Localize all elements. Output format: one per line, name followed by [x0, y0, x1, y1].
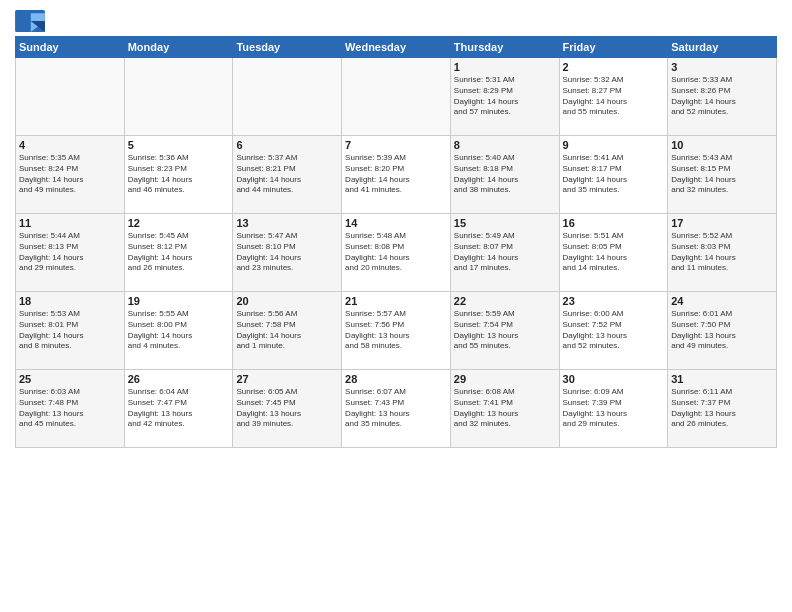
day-header-tuesday: Tuesday [233, 37, 342, 58]
calendar-week-1: 1Sunrise: 5:31 AM Sunset: 8:29 PM Daylig… [16, 58, 777, 136]
cell-info: Sunrise: 5:41 AM Sunset: 8:17 PM Dayligh… [563, 153, 665, 196]
calendar-cell: 30Sunrise: 6:09 AM Sunset: 7:39 PM Dayli… [559, 370, 668, 448]
date-number: 11 [19, 217, 121, 229]
cell-info: Sunrise: 5:51 AM Sunset: 8:05 PM Dayligh… [563, 231, 665, 274]
cell-info: Sunrise: 5:33 AM Sunset: 8:26 PM Dayligh… [671, 75, 773, 118]
cell-info: Sunrise: 5:52 AM Sunset: 8:03 PM Dayligh… [671, 231, 773, 274]
day-header-monday: Monday [124, 37, 233, 58]
date-number: 12 [128, 217, 230, 229]
date-number: 8 [454, 139, 556, 151]
cell-info: Sunrise: 5:49 AM Sunset: 8:07 PM Dayligh… [454, 231, 556, 274]
date-number: 20 [236, 295, 338, 307]
cell-info: Sunrise: 5:35 AM Sunset: 8:24 PM Dayligh… [19, 153, 121, 196]
calendar-cell [233, 58, 342, 136]
calendar-header-row: SundayMondayTuesdayWednesdayThursdayFrid… [16, 37, 777, 58]
date-number: 5 [128, 139, 230, 151]
cell-info: Sunrise: 5:36 AM Sunset: 8:23 PM Dayligh… [128, 153, 230, 196]
date-number: 18 [19, 295, 121, 307]
date-number: 14 [345, 217, 447, 229]
day-header-wednesday: Wednesday [342, 37, 451, 58]
cell-info: Sunrise: 5:47 AM Sunset: 8:10 PM Dayligh… [236, 231, 338, 274]
calendar-week-5: 25Sunrise: 6:03 AM Sunset: 7:48 PM Dayli… [16, 370, 777, 448]
day-header-friday: Friday [559, 37, 668, 58]
logo-icon [15, 10, 45, 32]
calendar-cell: 14Sunrise: 5:48 AM Sunset: 8:08 PM Dayli… [342, 214, 451, 292]
cell-info: Sunrise: 5:39 AM Sunset: 8:20 PM Dayligh… [345, 153, 447, 196]
date-number: 26 [128, 373, 230, 385]
cell-info: Sunrise: 5:48 AM Sunset: 8:08 PM Dayligh… [345, 231, 447, 274]
day-header-thursday: Thursday [450, 37, 559, 58]
date-number: 27 [236, 373, 338, 385]
calendar-cell: 25Sunrise: 6:03 AM Sunset: 7:48 PM Dayli… [16, 370, 125, 448]
calendar-cell: 5Sunrise: 5:36 AM Sunset: 8:23 PM Daylig… [124, 136, 233, 214]
calendar-cell: 7Sunrise: 5:39 AM Sunset: 8:20 PM Daylig… [342, 136, 451, 214]
calendar-cell: 13Sunrise: 5:47 AM Sunset: 8:10 PM Dayli… [233, 214, 342, 292]
date-number: 2 [563, 61, 665, 73]
cell-info: Sunrise: 6:07 AM Sunset: 7:43 PM Dayligh… [345, 387, 447, 430]
day-header-sunday: Sunday [16, 37, 125, 58]
calendar-cell: 22Sunrise: 5:59 AM Sunset: 7:54 PM Dayli… [450, 292, 559, 370]
cell-info: Sunrise: 6:01 AM Sunset: 7:50 PM Dayligh… [671, 309, 773, 352]
cell-info: Sunrise: 6:00 AM Sunset: 7:52 PM Dayligh… [563, 309, 665, 352]
calendar-table: SundayMondayTuesdayWednesdayThursdayFrid… [15, 36, 777, 448]
calendar-cell: 17Sunrise: 5:52 AM Sunset: 8:03 PM Dayli… [668, 214, 777, 292]
calendar-cell [342, 58, 451, 136]
date-number: 13 [236, 217, 338, 229]
calendar-cell: 19Sunrise: 5:55 AM Sunset: 8:00 PM Dayli… [124, 292, 233, 370]
calendar-week-2: 4Sunrise: 5:35 AM Sunset: 8:24 PM Daylig… [16, 136, 777, 214]
calendar-cell: 23Sunrise: 6:00 AM Sunset: 7:52 PM Dayli… [559, 292, 668, 370]
cell-info: Sunrise: 6:03 AM Sunset: 7:48 PM Dayligh… [19, 387, 121, 430]
calendar-cell: 24Sunrise: 6:01 AM Sunset: 7:50 PM Dayli… [668, 292, 777, 370]
cell-info: Sunrise: 5:40 AM Sunset: 8:18 PM Dayligh… [454, 153, 556, 196]
date-number: 9 [563, 139, 665, 151]
cell-info: Sunrise: 5:44 AM Sunset: 8:13 PM Dayligh… [19, 231, 121, 274]
calendar-cell: 11Sunrise: 5:44 AM Sunset: 8:13 PM Dayli… [16, 214, 125, 292]
date-number: 7 [345, 139, 447, 151]
calendar-week-4: 18Sunrise: 5:53 AM Sunset: 8:01 PM Dayli… [16, 292, 777, 370]
date-number: 4 [19, 139, 121, 151]
calendar-cell: 3Sunrise: 5:33 AM Sunset: 8:26 PM Daylig… [668, 58, 777, 136]
cell-info: Sunrise: 5:57 AM Sunset: 7:56 PM Dayligh… [345, 309, 447, 352]
date-number: 16 [563, 217, 665, 229]
cell-info: Sunrise: 5:59 AM Sunset: 7:54 PM Dayligh… [454, 309, 556, 352]
date-number: 10 [671, 139, 773, 151]
date-number: 17 [671, 217, 773, 229]
cell-info: Sunrise: 6:09 AM Sunset: 7:39 PM Dayligh… [563, 387, 665, 430]
calendar-cell [124, 58, 233, 136]
calendar-cell: 4Sunrise: 5:35 AM Sunset: 8:24 PM Daylig… [16, 136, 125, 214]
cell-info: Sunrise: 5:43 AM Sunset: 8:15 PM Dayligh… [671, 153, 773, 196]
date-number: 24 [671, 295, 773, 307]
cell-info: Sunrise: 6:04 AM Sunset: 7:47 PM Dayligh… [128, 387, 230, 430]
day-header-saturday: Saturday [668, 37, 777, 58]
cell-info: Sunrise: 6:08 AM Sunset: 7:41 PM Dayligh… [454, 387, 556, 430]
calendar-cell: 27Sunrise: 6:05 AM Sunset: 7:45 PM Dayli… [233, 370, 342, 448]
calendar-cell: 31Sunrise: 6:11 AM Sunset: 7:37 PM Dayli… [668, 370, 777, 448]
date-number: 25 [19, 373, 121, 385]
calendar-cell: 29Sunrise: 6:08 AM Sunset: 7:41 PM Dayli… [450, 370, 559, 448]
cell-info: Sunrise: 5:45 AM Sunset: 8:12 PM Dayligh… [128, 231, 230, 274]
calendar-cell: 6Sunrise: 5:37 AM Sunset: 8:21 PM Daylig… [233, 136, 342, 214]
calendar-cell: 28Sunrise: 6:07 AM Sunset: 7:43 PM Dayli… [342, 370, 451, 448]
cell-info: Sunrise: 6:11 AM Sunset: 7:37 PM Dayligh… [671, 387, 773, 430]
cell-info: Sunrise: 5:32 AM Sunset: 8:27 PM Dayligh… [563, 75, 665, 118]
date-number: 15 [454, 217, 556, 229]
cell-info: Sunrise: 5:55 AM Sunset: 8:00 PM Dayligh… [128, 309, 230, 352]
calendar-cell: 8Sunrise: 5:40 AM Sunset: 8:18 PM Daylig… [450, 136, 559, 214]
logo [15, 10, 49, 32]
calendar-cell: 12Sunrise: 5:45 AM Sunset: 8:12 PM Dayli… [124, 214, 233, 292]
date-number: 6 [236, 139, 338, 151]
calendar-cell: 26Sunrise: 6:04 AM Sunset: 7:47 PM Dayli… [124, 370, 233, 448]
date-number: 1 [454, 61, 556, 73]
date-number: 30 [563, 373, 665, 385]
calendar-cell: 10Sunrise: 5:43 AM Sunset: 8:15 PM Dayli… [668, 136, 777, 214]
calendar-cell: 21Sunrise: 5:57 AM Sunset: 7:56 PM Dayli… [342, 292, 451, 370]
calendar-cell [16, 58, 125, 136]
date-number: 3 [671, 61, 773, 73]
date-number: 23 [563, 295, 665, 307]
date-number: 31 [671, 373, 773, 385]
date-number: 19 [128, 295, 230, 307]
date-number: 29 [454, 373, 556, 385]
cell-info: Sunrise: 5:37 AM Sunset: 8:21 PM Dayligh… [236, 153, 338, 196]
date-number: 28 [345, 373, 447, 385]
calendar-cell: 2Sunrise: 5:32 AM Sunset: 8:27 PM Daylig… [559, 58, 668, 136]
